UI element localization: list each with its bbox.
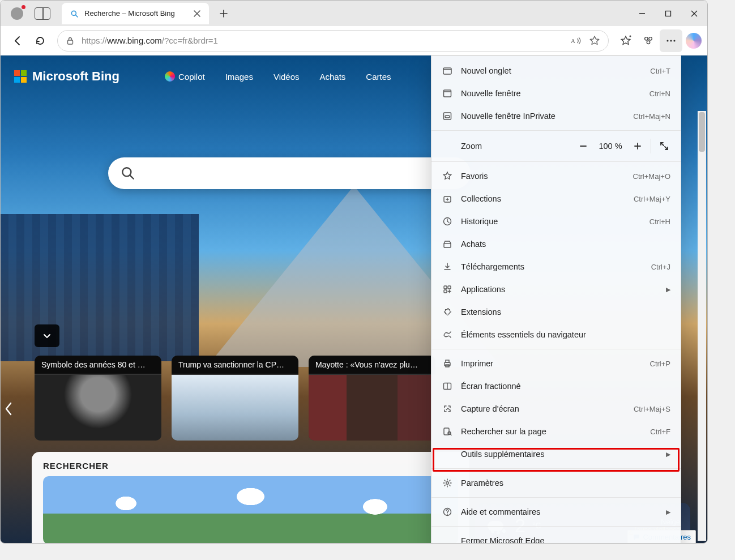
nav-videos[interactable]: Vidéos [274, 71, 300, 82]
extensions-icon [441, 307, 454, 317]
svg-point-35 [446, 482, 449, 485]
news-card[interactable]: Symbole des années 80 et … [35, 356, 161, 441]
menu-extensions[interactable]: Extensions [431, 301, 681, 323]
menu-new-window[interactable]: Nouvelle fenêtre Ctrl+N [431, 82, 681, 105]
menu-shortcut: Ctrl+J [651, 263, 670, 271]
zoom-divider [651, 139, 651, 153]
menu-screenshot[interactable]: Capture d'écran Ctrl+Maj+S [431, 397, 681, 420]
menu-essentials[interactable]: Éléments essentiels du navigateur [431, 323, 681, 346]
nav-copilot-label: Copilot [178, 72, 205, 82]
menu-close-edge[interactable]: Fermer Microsoft Edge [431, 529, 681, 543]
news-card[interactable]: Mayotte : «Vous n'avez plu… [309, 356, 435, 441]
menu-zoom: Zoom 100 % [431, 134, 681, 159]
svg-line-34 [450, 434, 451, 435]
zoom-in-button[interactable] [628, 136, 647, 156]
favorites-icon [441, 171, 454, 181]
bing-logo[interactable]: Microsoft Bing [14, 69, 119, 84]
svg-rect-24 [444, 286, 447, 289]
svg-rect-4 [68, 40, 73, 44]
favorites-button[interactable] [614, 29, 637, 52]
news-title: Mayotte : «Vous n'avez plu… [309, 356, 435, 374]
settings-menu-button[interactable] [660, 29, 682, 52]
essentials-icon [441, 330, 454, 340]
scrollbar-thumb[interactable] [699, 112, 705, 152]
menu-settings[interactable]: Paramètres [431, 472, 681, 494]
svg-rect-18 [444, 113, 451, 119]
bing-brand-text: Microsoft Bing [32, 69, 119, 84]
menu-label: Téléchargements [461, 262, 524, 271]
menu-shortcut: Ctrl+Maj+S [634, 405, 670, 413]
tab-title: Recherche – Microsoft Bing [84, 9, 175, 18]
menu-split-screen[interactable]: Écran fractionné [431, 375, 681, 397]
submenu-arrow-icon: ▶ [666, 508, 670, 516]
menu-downloads[interactable]: Téléchargements Ctrl+J [431, 255, 681, 278]
menu-separator [431, 130, 681, 131]
collections-button[interactable] [637, 29, 660, 52]
back-button[interactable] [6, 29, 29, 52]
nav-copilot[interactable]: Copilot [165, 71, 205, 82]
browser-tab[interactable]: Recherche – Microsoft Bing [62, 3, 209, 24]
news-title: Symbole des années 80 et … [35, 356, 161, 374]
nav-maps[interactable]: Cartes [366, 71, 391, 82]
svg-point-9 [666, 40, 668, 41]
settings-menu: Nouvel onglet Ctrl+T Nouvelle fenêtre Ct… [431, 55, 681, 543]
close-tab-icon[interactable] [193, 10, 201, 18]
downloads-icon [441, 262, 454, 272]
menu-label: Favoris [461, 172, 488, 181]
maximize-button[interactable] [655, 5, 681, 23]
carousel-prev-button[interactable] [3, 401, 14, 417]
menu-label: Écran fractionné [461, 382, 521, 391]
toolbar: https://www.bing.com/?cc=fr&brdr=1 A [1, 26, 707, 55]
news-thumb [172, 375, 298, 441]
url-host: www.bing.com [107, 36, 162, 45]
vertical-scrollbar[interactable] [698, 111, 706, 541]
lock-icon [66, 36, 75, 45]
svg-rect-26 [444, 290, 447, 293]
menu-separator [431, 161, 681, 162]
new-tab-button[interactable] [216, 6, 232, 22]
collections-icon [441, 194, 454, 204]
address-bar[interactable]: https://www.bing.com/?cc=fr&brdr=1 A [57, 30, 609, 52]
menu-new-inprivate[interactable]: Nouvelle fenêtre InPrivate Ctrl+Maj+N [431, 105, 681, 127]
rechercher-panel: RECHERCHER [32, 452, 469, 543]
nav-images[interactable]: Images [225, 71, 253, 82]
inprivate-icon [441, 111, 454, 121]
bing-search-input[interactable] [108, 157, 471, 189]
menu-shortcut: Ctrl+F [650, 428, 670, 436]
svg-rect-25 [448, 286, 451, 289]
menu-new-tab[interactable]: Nouvel onglet Ctrl+T [431, 59, 681, 82]
read-aloud-icon[interactable]: A [571, 36, 582, 46]
news-card[interactable]: Trump va sanctionner la CP… [172, 356, 298, 441]
svg-rect-19 [445, 116, 450, 118]
menu-shortcut: Ctrl+Maj+O [633, 172, 670, 181]
svg-point-10 [670, 40, 672, 41]
menu-shopping[interactable]: Achats [431, 233, 681, 255]
refresh-button[interactable] [29, 29, 52, 52]
rechercher-image[interactable] [43, 476, 458, 543]
menu-find[interactable]: Rechercher sur la page Ctrl+F [431, 420, 681, 443]
menu-label: Applications [461, 285, 505, 294]
svg-point-6 [645, 37, 648, 40]
fullscreen-button[interactable] [655, 141, 674, 151]
nav-shopping[interactable]: Achats [320, 71, 346, 82]
menu-print[interactable]: Imprimer Ctrl+P [431, 352, 681, 375]
help-icon [441, 507, 454, 517]
minimize-button[interactable] [629, 5, 655, 23]
menu-separator [431, 349, 681, 349]
zoom-out-button[interactable] [574, 136, 593, 156]
menu-history[interactable]: Historique Ctrl+H [431, 210, 681, 233]
find-icon [441, 426, 454, 437]
close-window-button[interactable] [681, 5, 707, 23]
menu-label: Nouvelle fenêtre [461, 89, 521, 98]
menu-collections[interactable]: Collections Ctrl+Maj+Y [431, 187, 681, 210]
menu-help[interactable]: Aide et commentaires ▶ [431, 501, 681, 523]
menu-shortcut: Ctrl+T [650, 67, 670, 75]
menu-apps[interactable]: Applications ▶ [431, 278, 681, 301]
favorite-icon[interactable] [589, 35, 600, 46]
profile-icon[interactable] [11, 7, 23, 20]
menu-favorites[interactable]: Favoris Ctrl+Maj+O [431, 165, 681, 187]
split-icon [441, 381, 454, 391]
copilot-button[interactable] [686, 33, 702, 49]
tab-actions-icon[interactable] [35, 7, 50, 20]
expand-news-button[interactable] [35, 324, 59, 347]
